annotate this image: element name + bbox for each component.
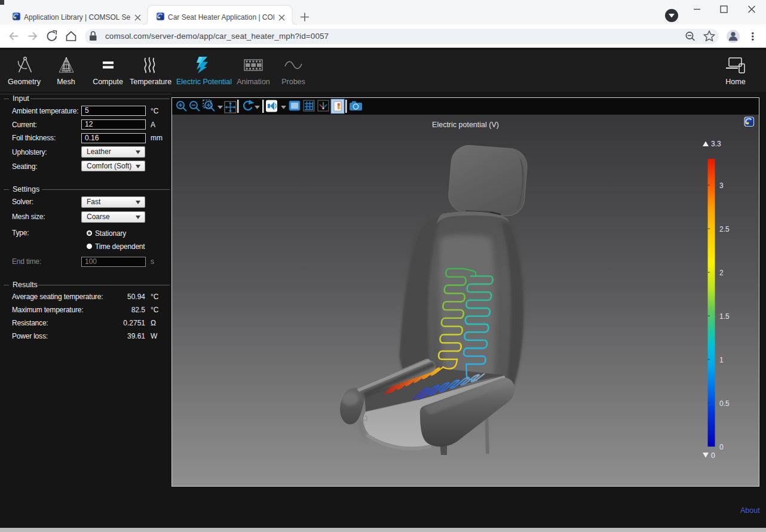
svg-text:1: 1 — [719, 356, 724, 364]
svg-text:3.3: 3.3 — [711, 140, 721, 148]
svg-text:3: 3 — [719, 182, 724, 190]
svg-text:0: 0 — [711, 451, 715, 460]
svg-text:1.5: 1.5 — [719, 312, 730, 321]
svg-text:0: 0 — [719, 443, 724, 451]
svg-text:2.5: 2.5 — [719, 225, 730, 233]
svg-text:0.5: 0.5 — [719, 399, 730, 408]
svg-text:2: 2 — [719, 269, 724, 277]
